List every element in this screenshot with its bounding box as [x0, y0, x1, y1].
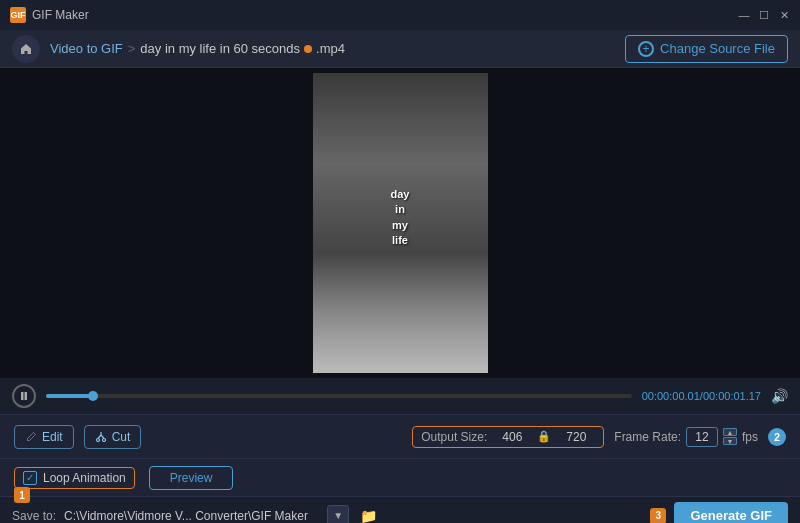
badge-3: 3: [650, 508, 666, 524]
output-height-input[interactable]: [557, 430, 595, 444]
svg-rect-1: [25, 392, 28, 400]
breadcrumb-link[interactable]: Video to GIF: [50, 41, 123, 56]
breadcrumb: Video to GIF > day in my life in 60 seco…: [50, 41, 625, 56]
svg-point-3: [102, 438, 105, 441]
timeline-track[interactable]: [46, 394, 632, 398]
framerate-up-button[interactable]: ▲: [723, 428, 737, 436]
title-bar: GIF GIF Maker — ☐ ✕: [0, 0, 800, 30]
cut-icon: [95, 431, 107, 443]
loop-animation-group: ✓ Loop Animation: [14, 467, 135, 489]
loop-animation-checkbox[interactable]: ✓: [23, 471, 37, 485]
save-path-display: C:\Vidmore\Vidmore V... Converter\GIF Ma…: [64, 509, 319, 523]
framerate-down-button[interactable]: ▼: [723, 437, 737, 445]
overlay-line-3: my: [391, 218, 410, 233]
app-title: GIF Maker: [32, 8, 738, 22]
change-source-button[interactable]: + Change Source File: [625, 35, 788, 63]
save-to-label: Save to:: [12, 509, 56, 523]
lock-icon[interactable]: 🔒: [537, 430, 551, 443]
timeline-bar: 00:00:00.01/00:00:01.17 🔊: [0, 378, 800, 414]
framerate-spinner: ▲ ▼: [723, 428, 737, 445]
edit-icon: [25, 431, 37, 443]
cut-button[interactable]: Cut: [84, 425, 142, 449]
output-width-input[interactable]: [493, 430, 531, 444]
video-text-overlay: day in my life: [391, 187, 410, 249]
minimize-button[interactable]: —: [738, 9, 750, 21]
video-preview: day in my life: [313, 73, 488, 373]
overlay-line-4: life: [391, 233, 410, 248]
video-frame: day in my life: [313, 73, 488, 373]
plus-icon: +: [638, 41, 654, 57]
timeline-thumb[interactable]: [88, 391, 98, 401]
badge-1: 1: [14, 487, 30, 503]
output-size-group: Output Size: 🔒: [412, 426, 604, 448]
time-display: 00:00:00.01/00:00:01.17: [642, 390, 761, 402]
overlay-line-2: in: [391, 202, 410, 217]
maximize-button[interactable]: ☐: [758, 9, 770, 21]
home-button[interactable]: [12, 35, 40, 63]
svg-line-5: [101, 435, 104, 439]
badge-2: 2: [768, 428, 786, 446]
generate-gif-button[interactable]: Generate GIF: [674, 502, 788, 523]
video-area: day in my life: [0, 68, 800, 378]
file-dot: [304, 45, 312, 53]
path-dropdown-button[interactable]: ▼: [327, 505, 349, 524]
app-icon: GIF: [10, 7, 26, 23]
svg-line-4: [98, 435, 101, 439]
volume-icon[interactable]: 🔊: [771, 388, 788, 404]
loop-animation-label: Loop Animation: [43, 471, 126, 485]
controls-bar: Edit Cut Output Size: 🔒 Frame Rate: ▲ ▼ …: [0, 414, 800, 458]
bottom-bar: Save to: C:\Vidmore\Vidmore V... Convert…: [0, 496, 800, 523]
close-button[interactable]: ✕: [778, 9, 790, 21]
svg-rect-0: [21, 392, 24, 400]
breadcrumb-file: day in my life in 60 seconds .mp4: [140, 41, 345, 56]
timeline-progress: [46, 394, 93, 398]
nav-bar: Video to GIF > day in my life in 60 seco…: [0, 30, 800, 68]
loop-bar: ✓ Loop Animation 1 Preview: [0, 458, 800, 496]
framerate-input[interactable]: [686, 427, 718, 447]
svg-point-2: [96, 438, 99, 441]
preview-button[interactable]: Preview: [149, 466, 234, 490]
check-mark: ✓: [26, 473, 34, 483]
window-controls: — ☐ ✕: [738, 9, 790, 21]
overlay-line-1: day: [391, 187, 410, 202]
path-folder-button[interactable]: 📁: [357, 505, 379, 524]
breadcrumb-separator: >: [128, 41, 136, 56]
pause-icon: [19, 391, 29, 401]
pause-button[interactable]: [12, 384, 36, 408]
home-icon: [19, 42, 33, 56]
framerate-group: Frame Rate: ▲ ▼ fps: [614, 427, 758, 447]
edit-button[interactable]: Edit: [14, 425, 74, 449]
